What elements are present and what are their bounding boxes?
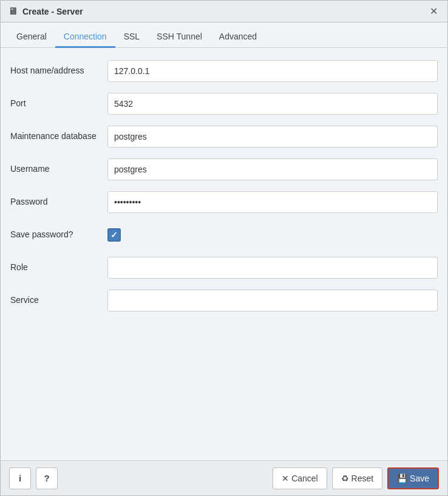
port-input[interactable]	[107, 93, 438, 115]
host-control	[107, 60, 438, 82]
maintenance-db-label: Maintenance database	[10, 126, 107, 143]
tab-bar: General Connection SSL SSH Tunnel Advanc…	[1, 22, 447, 48]
checkmark-icon: ✓	[110, 230, 118, 240]
port-row: Port	[10, 93, 438, 115]
maintenance-db-row: Maintenance database	[10, 126, 438, 148]
create-server-dialog: 🖥 Create - Server ✕ General Connection S…	[0, 0, 448, 496]
tab-advanced[interactable]: Advanced	[211, 27, 265, 48]
save-button[interactable]: 💾 Save	[387, 467, 439, 489]
info-icon: i	[19, 473, 21, 483]
service-label: Service	[10, 290, 107, 307]
port-label: Port	[10, 93, 107, 110]
username-label: Username	[10, 158, 107, 175]
footer-left: i ?	[9, 467, 58, 489]
service-control	[107, 290, 438, 311]
server-icon: 🖥	[8, 6, 18, 17]
role-control	[107, 257, 438, 279]
maintenance-db-control	[107, 126, 438, 148]
cancel-button[interactable]: ✕ Cancel	[273, 467, 327, 489]
close-button[interactable]: ✕	[427, 5, 440, 18]
host-input[interactable]	[107, 60, 438, 82]
username-row: Username	[10, 158, 438, 180]
save-password-label: Save password?	[10, 224, 107, 241]
password-row: Password	[10, 191, 438, 213]
info-button[interactable]: i	[9, 467, 31, 489]
help-button[interactable]: ?	[36, 467, 58, 489]
host-label: Host name/address	[10, 60, 107, 77]
tab-connection[interactable]: Connection	[55, 27, 115, 48]
tab-general[interactable]: General	[8, 27, 55, 48]
save-password-checkbox-wrapper: ✓	[107, 224, 438, 246]
help-icon: ?	[44, 473, 49, 483]
service-row: Service	[10, 290, 438, 311]
title-bar-left: 🖥 Create - Server	[8, 6, 83, 17]
save-password-row: Save password? ✓	[10, 224, 438, 246]
footer: i ? ✕ Cancel ♻ Reset 💾 Save	[1, 460, 447, 495]
tab-ssh-tunnel[interactable]: SSH Tunnel	[148, 27, 211, 48]
role-input[interactable]	[107, 257, 438, 279]
reset-button[interactable]: ♻ Reset	[332, 467, 382, 489]
password-input[interactable]	[107, 191, 438, 213]
role-row: Role	[10, 257, 438, 279]
password-control	[107, 191, 438, 213]
save-password-control: ✓	[107, 224, 438, 246]
tab-ssl[interactable]: SSL	[115, 27, 148, 48]
service-input[interactable]	[107, 290, 438, 311]
title-bar: 🖥 Create - Server ✕	[1, 1, 447, 22]
password-label: Password	[10, 191, 107, 208]
role-label: Role	[10, 257, 107, 274]
form-area: Host name/address Port Maintenance datab…	[1, 48, 447, 460]
footer-right: ✕ Cancel ♻ Reset 💾 Save	[273, 467, 439, 489]
save-password-checkbox[interactable]: ✓	[107, 228, 121, 242]
username-input[interactable]	[107, 158, 438, 180]
username-control	[107, 158, 438, 180]
maintenance-db-input[interactable]	[107, 126, 438, 148]
host-row: Host name/address	[10, 60, 438, 82]
port-control	[107, 93, 438, 115]
dialog-title: Create - Server	[22, 7, 83, 16]
